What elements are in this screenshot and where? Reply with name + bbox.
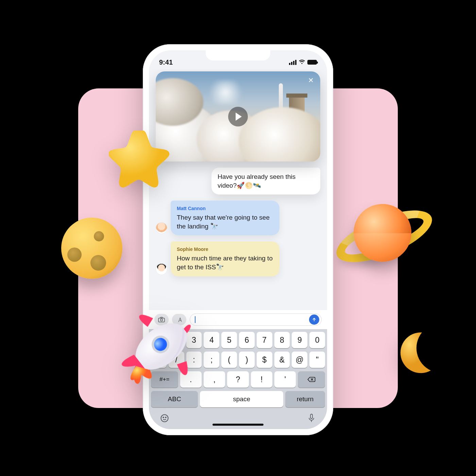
keyboard-toolbar [149,411,327,429]
key-space[interactable]: space [200,391,283,407]
svg-point-4 [165,417,166,418]
avatar[interactable] [156,264,167,275]
message-text: Have you already seen this video?🚀🌕🛰️ [218,172,314,190]
message-sender: Matt Cannon [177,205,273,212]
key[interactable]: 9 [292,332,307,348]
text-cursor [195,316,196,323]
planet-icon [337,190,425,279]
key[interactable]: 7 [257,332,272,348]
svg-rect-5 [310,414,312,419]
key[interactable]: ? [227,371,249,388]
key[interactable]: 6 [239,332,255,348]
message-sender: Sophie Moore [177,246,273,253]
signal-icon [289,60,296,65]
message-incoming[interactable]: Sophie Moore How much time are they taki… [171,241,279,276]
key[interactable]: 8 [274,332,290,348]
key[interactable]: ( [221,352,237,368]
close-icon[interactable]: ✕ [306,75,316,85]
moon-icon [61,218,122,279]
key[interactable]: ' [274,371,296,388]
message-input[interactable] [190,313,322,326]
svg-point-2 [161,415,168,422]
key[interactable]: & [274,352,290,368]
status-time: 9:41 [159,58,173,66]
wifi-icon [299,58,305,66]
key[interactable]: ) [239,352,255,368]
emoji-icon[interactable] [159,413,170,424]
message-outgoing[interactable]: Have you already seen this video?🚀🌕🛰️ [211,168,320,194]
key[interactable]: 0 [309,332,325,348]
key[interactable]: 5 [221,332,237,348]
crescent-icon [391,330,435,374]
message-incoming[interactable]: Matt Cannon They say that we're going to… [171,201,279,235]
video-attachment[interactable]: ✕ [156,71,320,162]
key[interactable]: @ [292,352,307,368]
key[interactable]: " [309,352,325,368]
svg-point-3 [163,417,164,418]
mic-icon[interactable] [306,413,317,424]
notch [206,50,270,61]
battery-icon [307,60,317,65]
send-button[interactable] [309,314,319,325]
home-indicator[interactable] [213,424,264,426]
message-text: They say that we're going to see the lan… [177,213,273,231]
avatar[interactable] [156,222,167,234]
key-backspace[interactable] [298,371,325,388]
message-text: How much time are they taking to get to … [177,254,273,271]
star-icon [109,126,177,194]
key[interactable]: ! [251,371,272,388]
play-button[interactable] [228,107,248,126]
key[interactable]: $ [257,352,272,368]
key-return[interactable]: return [285,391,325,407]
key[interactable]: , [204,371,225,388]
